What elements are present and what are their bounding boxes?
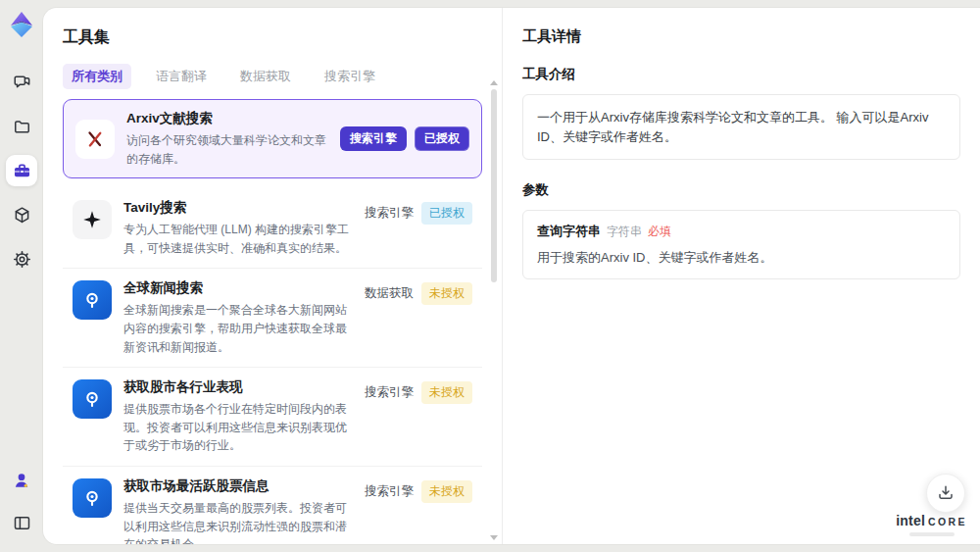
intro-text: 一个用于从Arxiv存储库搜索科学论文和文章的工具。 输入可以是Arxiv ID…	[522, 94, 960, 160]
download-button[interactable]	[926, 474, 965, 513]
category-tab-0[interactable]: 所有类别	[63, 64, 131, 89]
app-sidebar	[0, 0, 43, 552]
scroll-down-arrow-icon[interactable]	[490, 535, 498, 540]
main-content: 工具集 所有类别语言翻译数据获取搜索引擎 Arxiv文献搜索 访问各个研究领域大…	[43, 8, 980, 544]
tool-category-tag: 搜索引擎	[365, 205, 414, 222]
download-icon	[936, 483, 956, 503]
tool-category-tag: 搜索引擎	[365, 483, 414, 500]
sidebar-nav	[6, 67, 37, 275]
sidebar-item-settings settings-icon[interactable]	[6, 243, 37, 275]
list-scrollbar[interactable]	[489, 80, 499, 540]
category-tab-3[interactable]: 搜索引擎	[316, 64, 384, 89]
tool-list-pane: 工具集 所有类别语言翻译数据获取搜索引擎 Arxiv文献搜索 访问各个研究领域大…	[43, 8, 502, 544]
tool-text: Arxiv文献搜索 访问各个研究领域大量科学论文和文章的存储库。	[126, 110, 328, 168]
category-tab-1[interactable]: 语言翻译	[147, 64, 216, 89]
sidebar-item-cube cube-icon[interactable]	[6, 199, 37, 230]
tavily-star-icon	[73, 200, 112, 239]
tool-name: 获取股市各行业表现	[123, 378, 353, 396]
sidebar-footer-user user-icon[interactable]	[6, 465, 37, 496]
scroll-up-arrow-icon[interactable]	[490, 80, 498, 85]
tool-category-tag: 搜索引擎	[340, 126, 407, 151]
tool-auth-badge: 未授权	[421, 381, 472, 404]
intel-wordmark: intel	[896, 513, 925, 528]
tool-tags: 搜索引擎 已授权	[365, 202, 472, 225]
param-description: 用于搜索的Arxiv ID、关键字或作者姓名。	[537, 249, 946, 267]
arxiv-icon	[75, 120, 115, 159]
param-name: 查询字符串	[537, 223, 601, 240]
sidebar-item-toolbox toolbox-icon[interactable]	[6, 155, 37, 186]
sidebar-item-folder folder-icon[interactable]	[6, 111, 37, 142]
page-title: 工具集	[63, 27, 482, 48]
category-tab-2[interactable]: 数据获取	[231, 64, 300, 89]
param-required-badge: 必填	[648, 224, 671, 240]
tool-tags: 搜索引擎 已授权	[340, 126, 469, 151]
tool-text: 全球新闻搜索 全球新闻搜索是一个聚合全球各大新闻网站内容的搜索引擎，帮助用户快速…	[123, 279, 353, 356]
news-search-icon	[73, 280, 112, 320]
tool-text: 获取市场最活跃股票信息 提供当天交易量最高的股票列表。投资者可以利用这些信息来识…	[123, 477, 353, 544]
tool-description: 访问各个研究领域大量科学论文和文章的存储库。	[126, 131, 328, 168]
tool-detail-pane: 工具详情 工具介绍 一个用于从Arxiv存储库搜索科学论文和文章的工具。 输入可…	[502, 8, 980, 544]
param-type: 字符串	[607, 224, 642, 240]
sidebar-footer	[6, 465, 37, 538]
tool-category-tag: 搜索引擎	[365, 384, 414, 401]
sidebar-footer-panel-toggle panel-toggle-icon[interactable]	[6, 507, 37, 538]
scrollbar-thumb[interactable]	[491, 89, 497, 282]
tool-name: 获取市场最活跃股票信息	[123, 477, 353, 495]
tool-list-item[interactable]: Arxiv文献搜索 访问各个研究领域大量科学论文和文章的存储库。 搜索引擎 已授…	[63, 99, 482, 178]
tool-name: Arxiv文献搜索	[126, 110, 328, 127]
tool-description: 提供当天交易量最高的股票列表。投资者可以利用这些信息来识别流动性强的股票和潜在的…	[123, 499, 353, 544]
tool-tags: 搜索引擎 未授权	[365, 381, 472, 404]
core-wordmark: CORE	[928, 516, 967, 527]
params-heading: 参数	[522, 181, 960, 199]
tool-auth-badge: 未授权	[421, 282, 472, 305]
news-search-icon	[73, 379, 112, 419]
detail-title: 工具详情	[522, 27, 960, 46]
tool-tags: 数据获取 未授权	[365, 282, 472, 305]
tool-auth-badge: 已授权	[415, 126, 469, 151]
tool-description: 专为人工智能代理 (LLM) 构建的搜索引擎工具，可快速提供实时、准确和真实的结…	[123, 221, 353, 257]
tool-list: Arxiv文献搜索 访问各个研究领域大量科学论文和文章的存储库。 搜索引擎 已授…	[63, 99, 482, 544]
intro-heading: 工具介绍	[522, 66, 960, 83]
tool-auth-badge: 已授权	[421, 202, 472, 225]
app-logo gem-logo-icon	[7, 10, 36, 39]
tool-list-item[interactable]: 获取市场最活跃股票信息 提供当天交易量最高的股票列表。投资者可以利用这些信息来识…	[63, 467, 482, 544]
tool-auth-badge: 未授权	[421, 480, 472, 503]
param-header: 查询字符串 字符串 必填	[537, 223, 946, 240]
param-card: 查询字符串 字符串 必填 用于搜索的Arxiv ID、关键字或作者姓名。	[522, 210, 960, 279]
tool-tags: 搜索引擎 未授权	[365, 480, 472, 503]
tool-text: 获取股市各行业表现 提供股票市场各个行业在特定时间段内的表现。投资者可以利用这些…	[123, 378, 353, 455]
tool-text: Tavily搜索 专为人工智能代理 (LLM) 构建的搜索引擎工具，可快速提供实…	[123, 199, 353, 257]
tool-name: 全球新闻搜索	[123, 279, 353, 297]
intel-core-logo: intelCORE	[896, 513, 967, 536]
tool-category-tag: 数据获取	[365, 285, 414, 302]
tool-list-item[interactable]: Tavily搜索 专为人工智能代理 (LLM) 构建的搜索引擎工具，可快速提供实…	[63, 188, 482, 269]
sidebar-item-chat chat-icon[interactable]	[6, 67, 37, 98]
tool-list-item[interactable]: 全球新闻搜索 全球新闻搜索是一个聚合全球各大新闻网站内容的搜索引擎，帮助用户快速…	[63, 269, 482, 368]
tool-name: Tavily搜索	[123, 199, 353, 217]
tool-description: 提供股票市场各个行业在特定时间段内的表现。投资者可以利用这些信息来识别表现优于或…	[123, 400, 353, 455]
category-tabs: 所有类别语言翻译数据获取搜索引擎	[63, 64, 482, 89]
tool-list-item[interactable]: 获取股市各行业表现 提供股票市场各个行业在特定时间段内的表现。投资者可以利用这些…	[63, 368, 482, 467]
news-search-icon	[73, 478, 112, 518]
tool-description: 全球新闻搜索是一个聚合全球各大新闻网站内容的搜索引擎，帮助用户快速获取全球最新资…	[123, 301, 353, 356]
brand-underline	[909, 532, 955, 536]
